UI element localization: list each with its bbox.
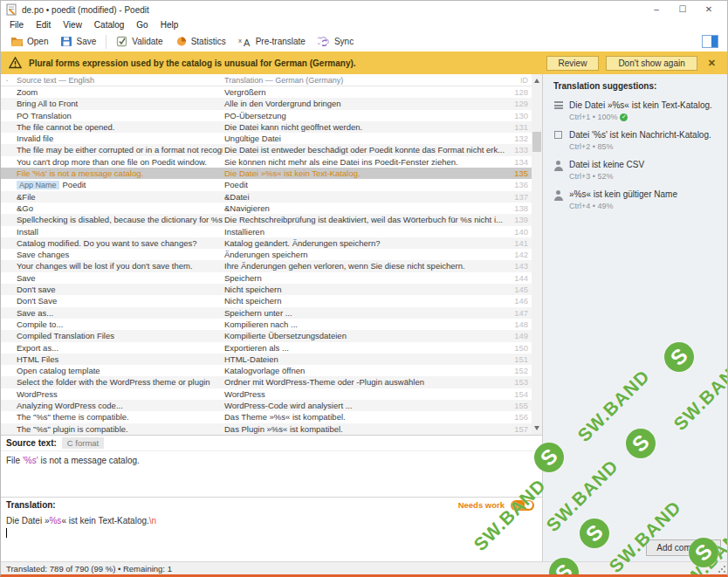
suggestion-text: Datei '%s' ist kein Nachricht-Katalog. bbox=[569, 130, 711, 140]
table-row[interactable]: Don't saveNicht speichern145 bbox=[1, 284, 532, 295]
table-row[interactable]: Bring All to FrontAlle in den Vordergrun… bbox=[1, 98, 532, 109]
menu-help[interactable]: Help bbox=[155, 20, 185, 30]
table-row[interactable]: &File&Datei137 bbox=[1, 191, 532, 203]
text-caret bbox=[6, 528, 7, 538]
editor-panel: Source text: C format File '%s' is not a… bbox=[1, 435, 542, 564]
user-icon bbox=[553, 161, 563, 171]
sidebar-toggle-icon[interactable] bbox=[702, 35, 718, 48]
menu-go[interactable]: Go bbox=[130, 20, 154, 30]
window-title: de.po • poedit (modified) - Poedit bbox=[22, 5, 149, 15]
format-tag: C format bbox=[62, 437, 104, 449]
suggestions-sidebar: Translation suggestions: Die Datei »%s« … bbox=[542, 74, 728, 564]
title-bar[interactable]: de.po • poedit (modified) - Poedit – ☐ ✕ bbox=[1, 1, 727, 18]
pretranslate-button[interactable]: x A Pre-translate bbox=[232, 34, 312, 49]
file-icon bbox=[553, 131, 563, 139]
source-text-label: Source text: bbox=[6, 438, 57, 448]
table-row[interactable]: The "%s" theme is compatible.Das Theme »… bbox=[1, 411, 532, 422]
open-button[interactable]: Open bbox=[4, 34, 54, 49]
table-row[interactable]: App NamePoeditPoedit136 bbox=[1, 179, 532, 190]
table-row[interactable]: ZoomVergrößern128 bbox=[1, 86, 532, 98]
table-row[interactable]: Invalid fileUngültige Datei132 bbox=[1, 133, 532, 144]
table-row[interactable]: Analyzing WordPress code...WordPress-Cod… bbox=[1, 400, 532, 411]
table-row[interactable]: Catalog modified. Do you want to save ch… bbox=[1, 237, 532, 249]
table-row[interactable]: File '%s' is not a message catalog.Die D… bbox=[1, 168, 532, 179]
suggestions-title: Translation suggestions: bbox=[553, 81, 728, 91]
table-body: ZoomVergrößern128Bring All to FrontAlle … bbox=[1, 86, 532, 435]
needs-work-label: Needs work bbox=[458, 500, 505, 510]
table-row[interactable]: You can't drop more than one file on Poe… bbox=[1, 156, 532, 168]
statistics-button[interactable]: Statistics bbox=[169, 34, 232, 49]
source-text-view: File '%s' is not a message catalog. bbox=[1, 451, 542, 497]
table-row[interactable]: SaveSpeichern144 bbox=[1, 272, 532, 284]
verified-check-icon: ✓ bbox=[620, 113, 628, 121]
suggestion-shortcut: Ctrl+4 • 49% bbox=[569, 202, 677, 210]
add-comment-button[interactable]: Add comment bbox=[646, 539, 721, 556]
toolbar: Open Save Validate Statistics bbox=[1, 31, 727, 52]
suggestion-shortcut: Ctrl+3 • 52% bbox=[569, 172, 644, 181]
menu-bar: FileEditViewCatalogGoHelp bbox=[1, 18, 727, 31]
resize-grip[interactable] bbox=[718, 566, 725, 573]
svg-text:A: A bbox=[244, 38, 251, 47]
minimize-button[interactable]: – bbox=[643, 1, 670, 18]
column-id[interactable]: ID bbox=[509, 76, 532, 85]
table-row[interactable]: Save as...Speichern unter ...147 bbox=[1, 307, 532, 319]
table-row[interactable]: Export as...Exportieren als ...150 bbox=[1, 342, 532, 354]
table-row[interactable]: Spellchecking is disabled, because the d… bbox=[1, 214, 532, 225]
translation-placeholder: %s bbox=[49, 516, 61, 525]
translation-memory-icon bbox=[553, 101, 563, 109]
suggestion-shortcut: Ctrl+1 • 100%✓ bbox=[569, 113, 712, 121]
table-scrollbar[interactable] bbox=[532, 74, 542, 435]
suggestion-item[interactable]: Datei '%s' ist kein Nachricht-Katalog.Ct… bbox=[553, 130, 724, 151]
table-row[interactable]: PO TranslationPO-Übersetzung130 bbox=[1, 110, 532, 121]
save-floppy-icon bbox=[60, 36, 72, 47]
menu-edit[interactable]: Edit bbox=[30, 20, 57, 30]
save-button[interactable]: Save bbox=[54, 34, 102, 49]
scroll-up-icon[interactable] bbox=[534, 79, 539, 83]
table-header[interactable]: · Source text — English Translation — Ge… bbox=[1, 74, 532, 86]
suggestion-text: Datei ist keine CSV bbox=[569, 160, 644, 169]
menu-catalog[interactable]: Catalog bbox=[88, 20, 130, 30]
column-source[interactable]: Source text — English bbox=[13, 76, 223, 85]
user-icon bbox=[553, 190, 563, 201]
table-row[interactable]: Compiled Translation FilesKompilierte Üb… bbox=[1, 330, 532, 341]
table-row[interactable]: The "%s" plugin is compatible.Das Plugin… bbox=[1, 423, 532, 435]
context-tag: App Name bbox=[17, 181, 59, 189]
suggestion-item[interactable]: »%s« ist kein gültiger NameCtrl+4 • 49% bbox=[553, 189, 724, 210]
table-row[interactable]: The file may be either corrupted or in a… bbox=[1, 144, 532, 155]
status-bar: Translated: 789 of 790 (99 %) • Remainin… bbox=[1, 561, 727, 574]
warning-close-icon[interactable]: ✕ bbox=[704, 58, 719, 69]
maximize-button[interactable]: ☐ bbox=[670, 1, 696, 18]
translation-input[interactable]: Die Datei »%s« ist kein Text-Katalog.\n bbox=[1, 512, 542, 541]
column-status[interactable]: · bbox=[1, 76, 13, 85]
table-row[interactable]: Open catalog templateKatalogvorlage öffn… bbox=[1, 365, 532, 376]
table-row[interactable]: Save changesÄnderungen speichern142 bbox=[1, 249, 532, 260]
scrollbar-thumb[interactable] bbox=[532, 132, 541, 152]
suggestion-item[interactable]: Datei ist keine CSVCtrl+3 • 52% bbox=[553, 160, 724, 181]
table-row[interactable]: WordPressWordPress154 bbox=[1, 388, 532, 400]
table-row[interactable]: HTML FilesHTML-Dateien151 bbox=[1, 354, 532, 365]
table-row[interactable]: InstallInstallieren140 bbox=[1, 226, 532, 237]
menu-view[interactable]: View bbox=[57, 20, 88, 30]
dont-show-again-button[interactable]: Don't show again bbox=[606, 56, 697, 71]
table-row[interactable]: Compile to...Kompilieren nach ...148 bbox=[1, 319, 532, 330]
warning-triangle-icon bbox=[9, 57, 22, 69]
close-button[interactable]: ✕ bbox=[696, 1, 722, 18]
table-row[interactable]: Don't SaveNicht speichern146 bbox=[1, 295, 532, 306]
table-row[interactable]: &Go&Navigieren138 bbox=[1, 203, 532, 214]
statistics-pie-icon bbox=[175, 36, 188, 47]
suggestion-shortcut: Ctrl+2 • 85% bbox=[569, 142, 711, 151]
menu-file[interactable]: File bbox=[3, 20, 30, 30]
table-row[interactable]: Select the folder with the WordPress the… bbox=[1, 376, 532, 388]
table-row[interactable]: Your changes will be lost if you don't s… bbox=[1, 260, 532, 271]
sync-button[interactable]: Sync bbox=[312, 34, 360, 49]
table-row[interactable]: The file cannot be opened.Die Datei kann… bbox=[1, 121, 532, 133]
needs-work-toggle[interactable] bbox=[511, 500, 534, 511]
poedit-window: de.po • poedit (modified) - Poedit – ☐ ✕… bbox=[0, 0, 728, 577]
warning-message: Plural forms expression used by the cata… bbox=[29, 58, 356, 68]
scroll-down-icon[interactable] bbox=[534, 426, 539, 430]
review-button[interactable]: Review bbox=[546, 56, 600, 71]
suggestion-item[interactable]: Die Datei »%s« ist kein Text-Katalog.Ctr… bbox=[553, 100, 724, 121]
column-translation[interactable]: Translation — German (Germany) bbox=[223, 76, 509, 85]
validate-button[interactable]: Validate bbox=[110, 34, 168, 49]
open-folder-icon bbox=[10, 36, 24, 47]
